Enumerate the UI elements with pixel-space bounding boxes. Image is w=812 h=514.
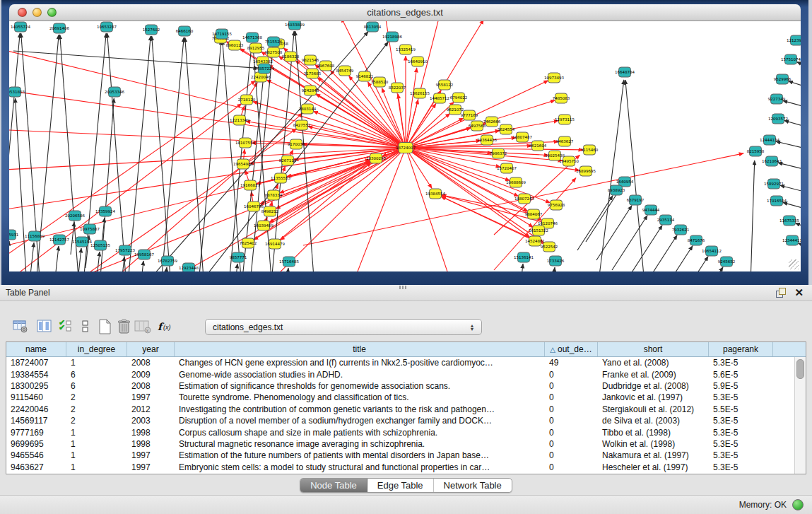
graph-node[interactable]: 16648784 [615, 67, 635, 77]
graph-node[interactable]: 8498212 [261, 206, 279, 216]
graph-node[interactable]: 17957223 [115, 245, 135, 255]
table-row[interactable]: 1830029562008Estimation of significance … [6, 380, 806, 392]
graph-node[interactable]: 19218986 [382, 32, 402, 42]
graph-node[interactable]: 17359924 [95, 206, 115, 216]
graph-node[interactable]: 10975887 [80, 224, 100, 234]
table-row[interactable]: 969969511998Structural magnetic resonanc… [6, 438, 806, 450]
zoom-window-button[interactable] [47, 8, 57, 17]
graph-node[interactable]: 6466160 [176, 26, 194, 36]
graph-node[interactable]: 10653287 [97, 22, 117, 32]
scrollbar-thumb[interactable] [796, 359, 804, 379]
column-header-name[interactable]: name [6, 342, 66, 356]
graph-node[interactable]: 16782759 [158, 256, 177, 266]
graph-node[interactable]: 2935114 [657, 215, 675, 225]
show-columns-icon[interactable] [35, 317, 54, 336]
graph-node[interactable]: 19166827 [240, 180, 260, 190]
table-vertical-scrollbar[interactable] [794, 357, 806, 474]
graph-node[interactable]: 9777169 [461, 110, 478, 120]
graph-node[interactable]: 14671368 [242, 33, 262, 42]
graph-node[interactable]: 8454749 [336, 66, 354, 76]
table-row[interactable]: 1456911722003Disruption of a novel membe… [6, 415, 806, 426]
table-row[interactable]: 2242004622012Investigating the contribut… [6, 404, 806, 415]
graph-node[interactable]: 12444134 [760, 135, 779, 145]
graph-node[interactable]: 11156889 [25, 231, 45, 241]
graph-node[interactable]: 18724007 [396, 143, 416, 153]
graph-node[interactable]: 3624554 [498, 124, 515, 134]
graph-node[interactable]: 10807487 [512, 132, 532, 142]
graph-node[interactable]: 20053346 [105, 87, 124, 97]
graph-node[interactable]: 15720407 [497, 163, 517, 173]
table-row[interactable]: 1872400712008Changes of HCN gene express… [6, 357, 806, 368]
graph-node[interactable]: 3915931 [9, 230, 18, 240]
graph-node[interactable]: 12923448 [179, 263, 199, 271]
graph-node[interactable]: 9558122 [436, 80, 454, 90]
table-selector-dropdown[interactable]: citations_edges.txt ▲▼ [205, 319, 482, 335]
graph-node[interactable]: 12344411 [782, 235, 801, 245]
graph-node[interactable]: 16899695 [576, 166, 596, 176]
table-row[interactable]: 946554611997Estimation of the future num… [6, 450, 806, 461]
new-table-icon[interactable] [95, 317, 114, 336]
tab-node-table[interactable]: Node Table [300, 479, 367, 492]
table-settings-icon[interactable] [11, 317, 30, 336]
graph-node[interactable]: 13325419 [396, 45, 416, 54]
graph-node[interactable]: 9529966 [774, 74, 792, 84]
graph-node[interactable]: 16640910 [408, 57, 428, 66]
graph-node[interactable]: 12505135 [90, 240, 110, 250]
column-header-out_de[interactable]: △out_de… [545, 342, 598, 356]
resize-grip-icon[interactable] [789, 259, 799, 269]
graph-node[interactable]: 10654112 [702, 246, 722, 256]
graph-node[interactable]: 2803144 [299, 104, 317, 114]
graph-node[interactable]: 1527602 [143, 25, 160, 35]
select-rows-icon[interactable]: ✔✔ [57, 317, 75, 336]
graph-node[interactable]: 14485712 [430, 93, 449, 103]
table-row[interactable]: 977716911998Corpus callosum shape and si… [6, 426, 806, 438]
graph-node[interactable]: 9857771 [230, 252, 247, 262]
rows-icon[interactable] [76, 317, 95, 336]
graph-node[interactable]: 6794022 [450, 93, 468, 103]
graph-node[interactable]: 8471676 [688, 235, 705, 245]
graph-node[interactable]: 8912955 [247, 43, 265, 53]
graph-node[interactable]: 16033809 [285, 21, 305, 30]
close-panel-icon[interactable]: ✕ [794, 288, 804, 298]
graph-node[interactable]: 15751074 [781, 54, 801, 64]
graph-node[interactable]: 18107554 [235, 138, 255, 148]
tab-network-table[interactable]: Network Table [434, 479, 512, 492]
column-header-pagerank[interactable]: pagerank [709, 342, 773, 356]
graph-node[interactable]: 9756928 [548, 200, 565, 210]
graph-node[interactable]: 19495750 [559, 156, 579, 166]
graph-node[interactable]: 9522542 [541, 242, 558, 252]
graph-node[interactable]: 11675335 [779, 216, 799, 226]
graph-node[interactable]: 7625402 [240, 238, 257, 248]
graph-node[interactable]: 15136141 [514, 252, 534, 262]
graph-node[interactable]: 7986372 [490, 148, 507, 158]
graph-node[interactable]: 20691406 [49, 23, 69, 33]
graph-node[interactable]: 18807243 [514, 194, 534, 204]
graph-node[interactable]: 8427552 [293, 120, 311, 130]
graph-node[interactable]: 12123966 [787, 35, 801, 45]
tab-edge-table[interactable]: Edge Table [367, 479, 434, 492]
graph-node[interactable]: 9884067 [525, 209, 543, 219]
graph-node[interactable]: 9227349 [768, 94, 786, 104]
graph-node[interactable]: 1733426 [547, 256, 565, 266]
graph-node[interactable]: 8267110 [279, 156, 297, 165]
graph-node[interactable]: 15716485 [279, 257, 299, 267]
graph-node[interactable]: 9245652 [718, 257, 736, 267]
graph-node[interactable]: 16210643 [762, 156, 782, 166]
graph-node[interactable]: 12093572 [768, 114, 788, 124]
memory-status-icon[interactable] [792, 499, 804, 510]
graph-node[interactable]: 12973115 [555, 115, 575, 124]
graph-node[interactable]: 9115460 [581, 145, 599, 155]
close-window-button[interactable] [18, 8, 27, 17]
graph-node[interactable]: 1588520 [371, 77, 389, 87]
table-row[interactable]: 946362711997Embryonic stem cells: a mode… [6, 462, 806, 473]
column-header-title[interactable]: title [175, 342, 545, 356]
graph-node[interactable]: 10688609 [506, 177, 526, 187]
table-row[interactable]: 911546021997Tourette syndrome. Phenomeno… [6, 392, 806, 403]
graph-node[interactable]: 20364436 [477, 135, 497, 145]
float-panel-icon[interactable] [776, 288, 786, 298]
graph-node[interactable]: 20531803 [9, 87, 25, 97]
column-header-year[interactable]: year [127, 342, 175, 356]
graph-node[interactable]: 12213349 [230, 115, 249, 125]
graph-node[interactable]: 15892971 [764, 179, 784, 189]
function-builder-icon[interactable]: f(x) [157, 317, 175, 336]
